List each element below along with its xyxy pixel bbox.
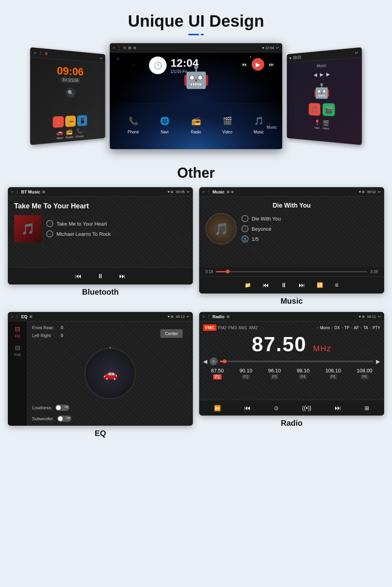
music-screen: ○ ⋮ Music ⊞ ⊕ ♥ ⊕ 00:02 ↩ Die With You 🎵	[199, 187, 384, 294]
music-label: Music	[281, 297, 303, 306]
subwoofer-toggle-label: Off	[66, 417, 70, 419]
other-title: Other	[0, 165, 392, 181]
loudness-toggle[interactable]: Off	[55, 405, 69, 411]
radio-preset-6[interactable]: 108.00 P6	[357, 368, 372, 379]
radio-presets: 87.50 P1 90.10 P2 96.10 P3 98.10 P4	[203, 368, 380, 379]
left-topbar-left: ○ ⋮ ⚙	[34, 50, 48, 56]
radio-preset-3[interactable]: 96.10 P3	[268, 368, 281, 379]
radio-opt-tp[interactable]: TP	[344, 326, 349, 330]
radio-controls: ⏩ ⏮ ⊙ ((•)) ⏭ ⊞	[199, 400, 384, 416]
eq-topbar: ○ ⋮ EQ ⊞ ♥ ⊕ 09:13 ↩	[8, 312, 193, 321]
progress-fill	[216, 271, 228, 272]
radio-preset-4[interactable]: 98.10 P4	[297, 368, 310, 379]
bt-next-button[interactable]: ⏭	[119, 273, 125, 280]
eq-joystick-wrapper: ▲ ▼ ◀ ▶ 🚗	[85, 345, 136, 396]
music-info-row: 🎵 ♪ Die With You ♬ Beyoncé 👤 1/5	[205, 213, 378, 244]
bt-album-art: 🎵	[14, 215, 42, 242]
bt-artist-row: ♬ Michael Learns To Rock	[46, 230, 111, 237]
radio-opt-af[interactable]: AF	[354, 326, 359, 330]
bluetooth-screen: ○ ⋮ BT Music ⊞ ♥ ⊕ 00:05 ↩ Take Me To Yo…	[8, 187, 193, 284]
unique-ui-design-section: Unique UI Design	[0, 0, 392, 39]
music-track-num-row: 👤 1/5	[241, 235, 281, 242]
eq-front-rear-value: 0	[61, 325, 63, 330]
center-button[interactable]: Center	[160, 329, 183, 338]
eq-sidebar-eq[interactable]: ⊟ EQ	[15, 325, 20, 338]
music-artist-row: ♬ Beyoncé	[241, 225, 281, 232]
radio-opt-pty[interactable]: PTY	[373, 326, 380, 330]
radio-frequency-display: 87.50 MHz	[203, 332, 380, 356]
radio-am1-button[interactable]: AM1	[238, 325, 247, 330]
panels-grid: ○ ⋮ BT Music ⊞ ♥ ⊕ 00:05 ↩ Take Me To Yo…	[0, 187, 392, 446]
center-app-radio: 📻 Radio	[188, 113, 204, 134]
bt-prev-button[interactable]: ⏮	[75, 273, 82, 280]
progress-track[interactable]	[216, 271, 367, 272]
bt-label: Bluetooth	[82, 288, 118, 297]
music-album-art: 🎵	[205, 213, 237, 244]
center-play-btn[interactable]: ▶	[252, 58, 264, 71]
eq-content: ⊟ EQ ⊟ FAB Center Front Rear: 0	[8, 321, 193, 426]
right-app-video: 🎬	[323, 103, 335, 116]
music-next-button[interactable]: ⏭	[299, 282, 305, 289]
left-screen: ○ ⋮ ⚙ ↩ 09:06 Fri 1/1/16 🔍 📍 📻 📱 🚗	[30, 47, 105, 145]
eq-sidebar-eq-icon: ⊟	[15, 325, 20, 333]
radio-opt-ta[interactable]: TA	[363, 326, 368, 330]
app-icon-navi: 📍	[53, 116, 64, 128]
center-app-phone: 📞 Phone	[125, 113, 141, 134]
music-list-button[interactable]: ≡	[335, 282, 338, 289]
left-screen-apps: 📍 📻 📱	[53, 115, 87, 128]
radio-fm3-button[interactable]: FM3	[228, 325, 237, 330]
radio-topbar-right: ♥ ⊕ 09:11 ↩	[359, 315, 381, 319]
radio-topbar-left: ○ ⋮ Radio ⊞	[202, 314, 230, 319]
radio-prev-button[interactable]: ⏮	[244, 405, 250, 412]
radio-list-button[interactable]: ⊞	[365, 405, 369, 411]
center-app-navi: 🌐 Navi	[157, 113, 172, 134]
music-prev-button[interactable]: ⏮	[263, 282, 269, 289]
right-topbar-left: ♥ 00:01	[289, 55, 301, 60]
radio-topbar-label: Radio	[212, 314, 225, 319]
radio-opt-dx[interactable]: DX	[334, 326, 340, 330]
radio-fm1-button[interactable]: FM1	[203, 324, 216, 331]
radio-slider-track[interactable]	[220, 361, 374, 362]
music-topbar: ○ ⋮ Music ⊞ ⊕ ♥ ⊕ 00:02 ↩	[199, 187, 384, 197]
bt-controls: ⏮ ⏸ ⏭	[8, 267, 193, 284]
left-screen-time: 09:06	[57, 64, 83, 78]
left-screen-nav: 🚗 Navi 📻 Radio 📞 Phone	[56, 128, 84, 140]
eq-sidebar-fab[interactable]: ⊟ FAB	[14, 344, 21, 357]
ui-screens-display: ○ ⋮ ⚙ ↩ 09:06 Fri 1/1/16 🔍 📍 📻 📱 🚗	[0, 39, 392, 157]
radio-preset-2[interactable]: 90.10 P2	[240, 368, 252, 379]
title-underline	[0, 34, 392, 35]
radio-next-button[interactable]: ⏭	[335, 405, 341, 412]
bt-song-title: Take Me To Your Heart	[14, 202, 187, 210]
left-topbar-right: ↩	[100, 56, 103, 60]
radio-seek-right-button[interactable]: ▶	[376, 358, 380, 365]
radio-preset-5[interactable]: 106.10 P5	[325, 368, 341, 379]
right-screen: ♥ 00:01 ↩ Music ◀ ▶ ▶ 🤖 🎵 🎬	[287, 47, 362, 145]
center-topbar-right: ♥ 12:04 ↩	[262, 46, 279, 50]
center-topbar-left: ○ ⋮ ⚙ ⊞ ⊕	[113, 46, 136, 50]
eq-time: 09:13	[176, 315, 185, 319]
bt-topbar-left: ○ ⋮ BT Music ⊞	[11, 190, 45, 194]
center-screen: ○ ⋮ ⚙ ⊞ ⊕ ♥ 12:04 ↩ 🕛 12:04	[110, 43, 282, 149]
music-topbar-left: ○ ⋮ Music ⊞ ⊕	[202, 190, 234, 194]
loudness-toggle-label: Off	[65, 406, 68, 408]
center-app-music: 🎵 Music	[251, 113, 267, 134]
subwoofer-toggle[interactable]: Off	[57, 416, 71, 422]
music-time-current: 0:18	[205, 270, 213, 274]
bt-track-name: Take Me to Your Heart	[56, 221, 107, 227]
radio-home-button[interactable]: ⊙	[274, 405, 279, 411]
clock-icon: 🕛	[149, 57, 167, 74]
bt-topbar-right: ♥ ⊕ 00:05 ↩	[168, 190, 190, 194]
music-folder-button[interactable]: 📁	[245, 282, 251, 288]
music-pause-button[interactable]: ⏸	[281, 282, 287, 289]
radio-am2-button[interactable]: AM2	[249, 325, 258, 330]
radio-preset-1[interactable]: 87.50 P1	[211, 368, 224, 379]
music-repeat-button[interactable]: 🔁	[317, 282, 323, 288]
bt-pause-button[interactable]: ⏸	[97, 273, 103, 280]
radio-antenna-button[interactable]: ((•))	[302, 405, 312, 411]
radio-seek-left-button[interactable]: ◀	[203, 358, 207, 365]
android-figure-center: 🤖	[183, 64, 210, 90]
eq-joystick[interactable]: 🚗	[85, 348, 136, 399]
center-screen-topbar: ○ ⋮ ⚙ ⊞ ⊕ ♥ 12:04 ↩	[110, 43, 282, 53]
radio-opt-mono[interactable]: Mono	[320, 326, 330, 330]
radio-fm2-button[interactable]: FM2	[218, 325, 227, 330]
